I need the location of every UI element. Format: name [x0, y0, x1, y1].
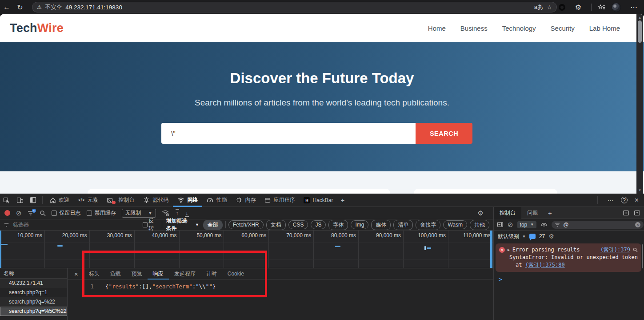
- scroll-up-icon[interactable]: ▲: [636, 16, 643, 20]
- add-tab-icon[interactable]: +: [337, 196, 348, 204]
- expand-drawer-icon[interactable]: [634, 210, 640, 216]
- magnifier-icon[interactable]: [633, 247, 638, 252]
- collections-icon[interactable]: [598, 4, 605, 11]
- request-row[interactable]: search.php?q=%22: [0, 297, 67, 307]
- timeline-right-handle[interactable]: [490, 231, 492, 268]
- type-filter-pill[interactable]: 字体: [328, 220, 348, 230]
- console-filter-input[interactable]: [563, 222, 632, 228]
- nav-link[interactable]: Lab Home: [589, 24, 620, 32]
- extensions-icon[interactable]: ⚙: [572, 3, 585, 12]
- type-filter-pill[interactable]: 全部: [203, 220, 223, 230]
- favorite-star-icon[interactable]: ☆: [547, 4, 552, 11]
- disable-cache-label[interactable]: 禁用缓存: [95, 209, 116, 217]
- disable-cache-checkbox[interactable]: [87, 211, 92, 216]
- devtools-close-icon[interactable]: ×: [635, 196, 639, 204]
- tab-performance[interactable]: 性能: [202, 194, 231, 207]
- log-level-select[interactable]: 默认级别 ▼: [498, 233, 526, 240]
- nav-link[interactable]: Security: [551, 24, 575, 32]
- tab-sources[interactable]: 源代码: [139, 194, 173, 207]
- more-icon[interactable]: ⋯: [627, 3, 640, 12]
- invert-label[interactable]: 反转: [148, 217, 158, 232]
- nav-link[interactable]: Technology: [502, 24, 536, 32]
- network-timeline[interactable]: 10,000 ms20,000 ms30,000 ms40,000 ms50,0…: [0, 231, 493, 268]
- tab-welcome[interactable]: 欢迎: [45, 194, 74, 207]
- type-filter-pill[interactable]: 其他: [470, 220, 489, 230]
- clear-console-icon[interactable]: ⊘: [508, 221, 513, 228]
- tab-elements[interactable]: </> 元素: [74, 194, 102, 207]
- tab-response[interactable]: 响应: [148, 268, 169, 279]
- tab-hackbar[interactable]: H HackBar: [299, 194, 337, 207]
- preserve-log-checkbox[interactable]: [52, 211, 57, 216]
- type-filter-pill[interactable]: Wasm: [443, 220, 467, 229]
- translate-icon[interactable]: aあ: [534, 3, 544, 11]
- avatar[interactable]: [612, 3, 621, 12]
- clear-network-icon[interactable]: ⊘: [16, 210, 22, 216]
- network-conditions-icon[interactable]: [162, 210, 170, 216]
- request-row[interactable]: search.php?q=1: [0, 288, 67, 297]
- back-icon[interactable]: ←: [0, 3, 13, 11]
- throttling-select[interactable]: 无限制 ▼: [122, 209, 156, 218]
- layout-panel-icon[interactable]: [27, 197, 40, 203]
- name-column-header[interactable]: 名称: [0, 268, 67, 279]
- tab-preview[interactable]: 预览: [126, 268, 148, 279]
- console-prompt[interactable]: >: [499, 276, 644, 283]
- type-filter-pill[interactable]: 文档: [266, 220, 286, 230]
- dock-drawer-icon[interactable]: [623, 210, 629, 216]
- help-icon[interactable]: ?: [621, 197, 628, 203]
- scroll-down-icon[interactable]: ▼: [636, 188, 643, 192]
- type-filter-pill[interactable]: 清单: [393, 220, 413, 230]
- error-source-link[interactable]: (索引):379: [600, 246, 630, 254]
- nav-link[interactable]: Home: [428, 24, 446, 32]
- tab-timing[interactable]: 计时: [201, 268, 222, 279]
- network-settings-gear-icon[interactable]: ⚙: [478, 210, 484, 216]
- type-filter-pill[interactable]: CSS: [288, 220, 308, 229]
- invert-checkbox[interactable]: [143, 222, 148, 227]
- record-icon[interactable]: [4, 210, 10, 216]
- device-toolbar-icon[interactable]: [13, 197, 27, 204]
- site-logo[interactable]: TechWire: [10, 21, 64, 35]
- request-row-selected[interactable]: search.php?q=%5C%22: [0, 307, 67, 316]
- tab-cookie[interactable]: Cookie: [222, 268, 249, 279]
- expand-icon[interactable]: ▶: [508, 246, 510, 254]
- page-scrollbar[interactable]: ▲ ▼: [636, 14, 643, 194]
- clear-filter-icon[interactable]: ×: [635, 222, 640, 227]
- messages-bubble-icon[interactable]: [529, 234, 536, 239]
- extension-ring-icon[interactable]: [559, 4, 565, 11]
- request-row[interactable]: 49.232.171.41: [0, 279, 67, 288]
- tab-headers[interactable]: 标头: [84, 268, 105, 279]
- devtools-more-icon[interactable]: ⋯: [608, 197, 614, 204]
- network-filter-input[interactable]: [13, 222, 139, 228]
- nav-link[interactable]: Business: [460, 24, 488, 32]
- console-sidebar-icon[interactable]: [497, 222, 504, 227]
- console-filter[interactable]: ×: [552, 221, 644, 229]
- import-har-icon[interactable]: ↑: [176, 210, 180, 216]
- tab-memory[interactable]: 内存: [231, 194, 260, 207]
- tab-network[interactable]: 网络: [173, 194, 202, 207]
- address-bar[interactable]: ⚠ 不安全 49.232.171.41:19830 aあ ☆: [32, 2, 557, 12]
- tab-issues[interactable]: 问题: [521, 207, 544, 219]
- type-filter-pill[interactable]: 套接字: [416, 220, 440, 230]
- type-filter-pill[interactable]: Fetch/XHR: [228, 220, 264, 229]
- console-settings-gear-icon[interactable]: ⚙: [548, 233, 554, 239]
- search-network-icon[interactable]: [40, 210, 46, 216]
- filter-toggle-icon[interactable]: ×: [28, 211, 34, 216]
- inspect-element-icon[interactable]: [0, 197, 13, 204]
- live-expression-eye-icon[interactable]: [540, 222, 548, 227]
- tab-initiator[interactable]: 发起程序: [169, 268, 201, 279]
- tab-console[interactable]: 控制台: [102, 194, 139, 207]
- refresh-icon[interactable]: ↻: [13, 3, 27, 12]
- add-drawer-tab-icon[interactable]: +: [544, 209, 556, 217]
- tab-console-drawer[interactable]: 控制台: [494, 207, 521, 219]
- export-har-icon[interactable]: ↓: [185, 210, 189, 216]
- close-detail-icon[interactable]: ×: [74, 270, 78, 278]
- timeline-left-handle[interactable]: [0, 231, 1, 268]
- search-button[interactable]: SEARCH: [416, 123, 472, 144]
- more-filters-button[interactable]: 增加筛选条件 ▼: [166, 217, 199, 232]
- scrollbar-thumb[interactable]: [638, 20, 642, 43]
- type-filter-pill[interactable]: JS: [311, 220, 326, 229]
- error-stack-link[interactable]: (索引):375:80: [525, 262, 565, 268]
- type-filter-pill[interactable]: 媒体: [371, 220, 391, 230]
- tab-application[interactable]: 应用程序: [260, 194, 299, 207]
- type-filter-pill[interactable]: Img: [351, 220, 368, 229]
- search-input[interactable]: [161, 123, 416, 144]
